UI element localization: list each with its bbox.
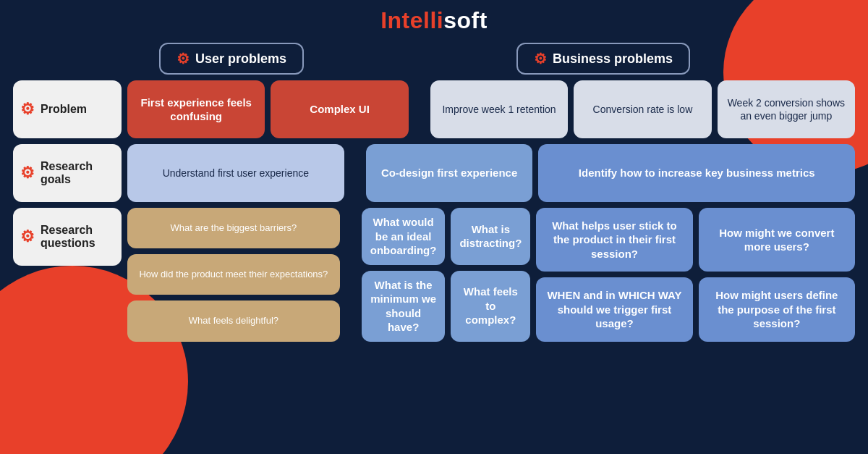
- problem-row: ⚙ Problem First experience feels confusi…: [13, 80, 855, 138]
- business-category-label: Business problems: [553, 51, 673, 67]
- problem-cells: First experience feels confusing Complex…: [127, 80, 855, 138]
- research-goals-cells: Understand first user experience Co-desi…: [127, 144, 855, 202]
- research-questions-row: ⚙ Research questions What are the bigges…: [13, 208, 855, 342]
- gear-icon-user: ⚙: [176, 50, 190, 67]
- problem-business-card-1: Improve week 1 retention: [430, 80, 568, 138]
- business-problems-category: ⚙ Business problems: [516, 43, 690, 75]
- problem-business-card-3: Week 2 conversion shows an even bigger j…: [718, 80, 855, 138]
- main-background: Intellisoft ⚙ User problems ⚙ Business p…: [0, 0, 868, 454]
- header: Intellisoft: [13, 7, 855, 34]
- mid-q3: What is the minimum we should have?: [362, 271, 446, 342]
- gear-icon-goals: ⚙: [20, 164, 35, 182]
- gear-icon-problem: ⚙: [20, 100, 35, 119]
- biz-q3: WHEN and in WHICH WAY should we trigger …: [536, 277, 692, 341]
- problem-label-wrap: ⚙ Problem: [13, 80, 122, 138]
- category-headers: ⚙ User problems ⚙ Business problems: [127, 43, 855, 75]
- app-title: Intellisoft: [13, 7, 855, 34]
- title-intelli: Intelli: [380, 7, 443, 33]
- user-q3: What feels delightful?: [127, 300, 340, 341]
- user-category-label: User problems: [195, 51, 286, 67]
- title-soft: soft: [443, 7, 488, 33]
- problem-label: ⚙ Problem: [13, 80, 122, 138]
- mid-q2: What is distracting?: [451, 208, 530, 265]
- user-problems-header-wrap: ⚙ User problems: [127, 43, 336, 75]
- research-questions-label-text: Research questions: [41, 224, 114, 250]
- section-divider-1: [414, 80, 425, 138]
- research-questions-label-wrap: ⚙ Research questions: [13, 208, 122, 342]
- research-goals-label-text: Research goals: [41, 160, 114, 186]
- research-goals-label-wrap: ⚙ Research goals: [13, 144, 122, 202]
- user-q1: What are the biggest barriers?: [127, 208, 340, 248]
- user-q2: How did the product meet their expectati…: [127, 254, 340, 295]
- research-goals-business-card: Identify how to increase key business me…: [538, 144, 855, 202]
- biz-q2: How might we convert more users?: [699, 208, 855, 272]
- mid-q1: What would be an ideal onboarding?: [362, 208, 446, 265]
- problem-label-text: Problem: [41, 103, 87, 116]
- gear-icon-business: ⚙: [534, 50, 547, 67]
- section-divider-2: [350, 144, 360, 202]
- problem-business-card-2: Conversion rate is low: [574, 80, 711, 138]
- business-questions-grid: What helps user stick to the product in …: [536, 208, 855, 342]
- page-content: Intellisoft ⚙ User problems ⚙ Business p…: [0, 0, 868, 355]
- research-questions-label: ⚙ Research questions: [13, 208, 122, 266]
- section-divider-3: [346, 208, 356, 342]
- research-goals-user-card: Understand first user experience: [127, 144, 344, 202]
- biz-q4: How might users define the purpose of th…: [699, 277, 855, 341]
- mid-questions-grid: What would be an ideal onboarding? What …: [362, 208, 531, 342]
- research-goals-label: ⚙ Research goals: [13, 144, 122, 202]
- research-goals-row: ⚙ Research goals Understand first user e…: [13, 144, 855, 202]
- mid-q4: What feels to complex?: [451, 271, 530, 342]
- problem-user-card-1: First experience feels confusing: [127, 80, 265, 138]
- biz-q1: What helps user stick to the product in …: [536, 208, 692, 272]
- user-problems-category: ⚙ User problems: [159, 43, 304, 75]
- research-goals-mid-card: Co-design first experience: [366, 144, 533, 202]
- business-problems-header-wrap: ⚙ Business problems: [352, 43, 855, 75]
- gear-icon-questions: ⚙: [20, 227, 35, 246]
- problem-user-card-2: Complex UI: [271, 80, 408, 138]
- research-questions-cells: What are the biggest barriers? How did t…: [127, 208, 855, 342]
- user-questions-col: What are the biggest barriers? How did t…: [127, 208, 340, 342]
